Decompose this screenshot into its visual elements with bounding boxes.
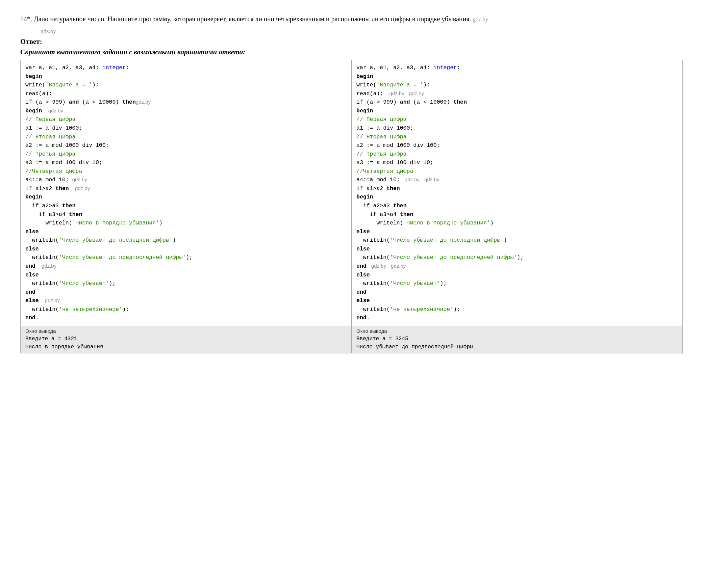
code-line: else — [356, 245, 678, 253]
left-output-label: Окно вывода — [25, 328, 347, 334]
code-line: // Первая цифра — [356, 115, 678, 124]
answer-label: Ответ: — [20, 37, 683, 46]
code-line: if a3>a4 then — [25, 210, 347, 219]
code-line: // Вторая цифра — [356, 133, 678, 141]
left-code-area: var a, a1, a2, a3, a4: integer; begin wr… — [21, 60, 351, 326]
code-line: begin — [25, 193, 347, 202]
code-line: a2 := a mod 1000 div 100; — [356, 141, 678, 150]
code-line: // Третья цифра — [25, 150, 347, 159]
code-line: writeln('не четырехзначное'); — [356, 305, 678, 314]
code-line: else — [25, 271, 347, 279]
code-line: a1 := a div 1000; — [356, 124, 678, 133]
code-line: read(a); gdz.by gdz.by — [356, 89, 678, 98]
right-output-area: Окно вывода Введите a = 3245 Число убыва… — [352, 326, 682, 353]
left-output-text: Введите a = 4321 Число в порядке убывани… — [25, 335, 347, 351]
task-text: 14*. Дано натуральное число. Напишите пр… — [20, 14, 683, 24]
code-line: else — [356, 271, 678, 279]
answer-block: Ответ: Скриншот выполненного задания с в… — [20, 37, 683, 56]
code-line: a4:=a mod 10; gdz.by gdz.by — [356, 176, 678, 184]
code-line: writeln('Число убывает'); — [25, 279, 347, 288]
code-line: // Вторая цифра — [25, 133, 347, 141]
code-line: if a2>a3 then — [25, 202, 347, 210]
code-line: writeln('Число убывает до предпоследней … — [25, 253, 347, 262]
code-line: var a, a1, a2, a3, a4: integer; — [25, 63, 347, 72]
code-line: writeln('Число убывает до последней цифр… — [356, 236, 678, 245]
code-line: else — [356, 296, 678, 305]
code-line: end gdz.by — [25, 262, 347, 271]
right-panel: var a, a1, a2, a3, a4: integer; begin wr… — [352, 60, 682, 353]
task-number: 14*. — [20, 15, 32, 23]
right-output-line-1: Введите a = 3245 — [356, 335, 678, 343]
code-line: if a3>a4 then — [356, 210, 678, 219]
code-line: else gdz.by — [25, 296, 347, 305]
code-panels: var a, a1, a2, a3, a4: integer; begin wr… — [20, 60, 683, 353]
code-line: end. — [25, 314, 347, 322]
code-line: write('Введите a = '); — [25, 81, 347, 89]
code-line: a3 := a mod 100 div 10; — [25, 158, 347, 167]
code-line: begin — [356, 107, 678, 115]
code-line: var a, a1, a2, a3, a4: integer; — [356, 63, 678, 72]
code-line: a3 := a mod 100 div 10; — [356, 158, 678, 167]
code-line: begin — [25, 72, 347, 81]
code-line: // Первая цифра — [25, 115, 347, 124]
watermark-2-line: gdz.by — [41, 28, 683, 35]
code-line: writeln('Число убывает до предпоследней … — [356, 253, 678, 262]
left-output-area: Окно вывода Введите a = 4321 Число в пор… — [21, 326, 351, 353]
code-line: end gdz.by gdz.by — [356, 262, 678, 271]
code-line: a1 := a div 1000; — [25, 124, 347, 133]
right-output-line-2: Число убывает до предпоследней цифры — [356, 343, 678, 351]
code-line: begin — [356, 193, 678, 202]
code-line: end — [356, 288, 678, 297]
screenshot-title: Скриншот выполненного задания с возможны… — [20, 48, 683, 56]
code-line: writeln('не четырехзначное'); — [25, 305, 347, 314]
code-line: else — [25, 245, 347, 253]
code-line: a2 := a mod 1000 div 100; — [25, 141, 347, 150]
right-code-area: var a, a1, a2, a3, a4: integer; begin wr… — [352, 60, 682, 326]
code-line: //Четвертая цифра — [25, 167, 347, 176]
code-line: else — [356, 228, 678, 236]
code-line: if a2>a3 then — [356, 202, 678, 210]
code-line: // Третья цифра — [356, 150, 678, 159]
code-line: read(a); — [25, 89, 347, 98]
code-line: end — [25, 288, 347, 297]
left-output-line-2: Число в порядке убывания — [25, 343, 347, 351]
right-output-text: Введите a = 3245 Число убывает до предпо… — [356, 335, 678, 351]
right-output-label: Окно вывода — [356, 328, 678, 334]
task-description: Дано натуральное число. Напишите програм… — [34, 15, 488, 23]
left-panel: var a, a1, a2, a3, a4: integer; begin wr… — [21, 60, 352, 353]
code-line: writeln('Число в порядке убывания') — [25, 219, 347, 228]
code-line: begin gdz.by — [25, 107, 347, 115]
code-line: a4:=a mod 10; gdz.by — [25, 176, 347, 184]
code-line: end. — [356, 314, 678, 322]
task-block: 14*. Дано натуральное число. Напишите пр… — [20, 14, 683, 35]
code-line: if (a > 999) and (a < 10000) thengdz.by — [25, 98, 347, 107]
code-line: else — [25, 228, 347, 236]
code-line: if a1>a2 then gdz.by — [25, 184, 347, 193]
code-line: writeln('Число убывает'); — [356, 279, 678, 288]
code-line: //Четвертая цифра — [356, 167, 678, 176]
code-line: if (a > 999) and (a < 10000) then — [356, 98, 678, 107]
code-line: writeln('Число убывает до последней цифр… — [25, 236, 347, 245]
code-line: writeln('Число в порядке убывания') — [356, 219, 678, 228]
code-line: begin — [356, 72, 678, 81]
left-output-line-1: Введите a = 4321 — [25, 335, 347, 343]
watermark-1: gdz.by — [473, 16, 488, 23]
code-line: write('Введите a = '); — [356, 81, 678, 89]
code-line: if a1>a2 then — [356, 184, 678, 193]
